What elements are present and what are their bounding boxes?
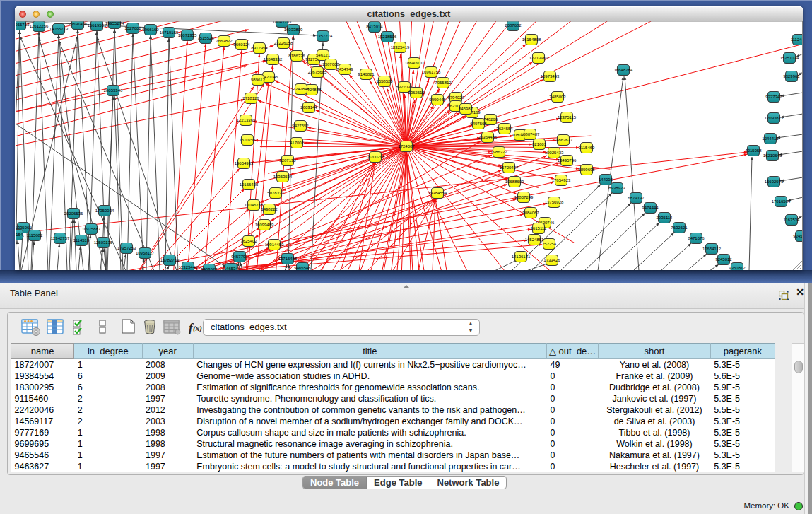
svg-text:7663822: 7663822	[216, 39, 233, 43]
svg-text:8413014: 8413014	[366, 25, 383, 29]
svg-text:7625402: 7625402	[240, 239, 257, 243]
svg-text:8938923: 8938923	[608, 186, 625, 190]
svg-text:546121: 546121	[316, 53, 331, 57]
svg-text:12323446: 12323446	[179, 265, 198, 269]
svg-text:10025433: 10025433	[545, 151, 564, 155]
svg-text:16210643: 16210643	[763, 153, 782, 158]
svg-text:17357274: 17357274	[314, 34, 333, 38]
svg-text:7632621: 7632621	[671, 226, 688, 230]
svg-text:16543352: 16543352	[264, 57, 283, 62]
svg-text:19955274: 19955274	[105, 21, 124, 25]
svg-text:1114519: 1114519	[73, 238, 90, 243]
svg-text:6879197: 6879197	[628, 196, 645, 200]
svg-text:621601: 621601	[532, 142, 547, 146]
svg-text:9350812: 9350812	[729, 266, 746, 270]
svg-text:252254: 252254	[542, 242, 557, 246]
svg-text:1498222: 1498222	[261, 207, 278, 211]
svg-text:18043703: 18043703	[273, 21, 292, 24]
svg-text:18300295: 18300295	[366, 155, 385, 159]
svg-text:20053346: 20053346	[104, 88, 123, 93]
svg-text:9329961: 9329961	[783, 74, 800, 78]
svg-text:9146821: 9146821	[358, 72, 375, 76]
svg-text:1244415: 1244415	[762, 136, 779, 141]
svg-text:2718126: 2718126	[242, 96, 259, 100]
svg-text:14055713: 14055713	[16, 23, 30, 27]
svg-text:17359934: 17359934	[95, 209, 114, 213]
svg-text:14524851: 14524851	[525, 238, 544, 242]
svg-text:(x): (x)	[193, 324, 202, 333]
svg-text:16648784: 16648784	[614, 68, 633, 72]
svg-text:10914459: 10914459	[265, 243, 284, 247]
svg-text:1724007: 1724007	[398, 144, 415, 148]
svg-text:14863627: 14863627	[554, 138, 573, 142]
svg-text:645987: 645987	[459, 107, 473, 111]
svg-text:13756928: 13756928	[545, 200, 564, 204]
svg-text:19166425: 19166425	[240, 182, 259, 187]
svg-text:16782759: 16782759	[160, 258, 180, 262]
svg-text:1112443: 1112443	[791, 37, 803, 42]
svg-text:10671355: 10671355	[178, 33, 197, 37]
svg-text:13495796: 13495796	[558, 158, 577, 163]
svg-text:10654112: 10654112	[702, 247, 722, 251]
svg-text:9227342: 9227342	[765, 95, 782, 99]
svg-text:23226058: 23226058	[274, 41, 293, 45]
svg-text:9463627: 9463627	[201, 267, 218, 270]
svg-text:10719155: 10719155	[160, 30, 179, 35]
svg-text:3267130: 3267130	[279, 158, 296, 163]
svg-text:9660124: 9660124	[233, 42, 250, 47]
svg-text:2087682: 2087682	[505, 23, 522, 28]
svg-text:14055713: 14055713	[49, 27, 69, 31]
svg-text:19654933: 19654933	[235, 161, 254, 165]
svg-text:18640910: 18640910	[405, 61, 424, 65]
svg-text:8912954: 8912954	[251, 46, 268, 50]
svg-text:20206535: 20206535	[64, 211, 83, 216]
svg-text:15720407: 15720407	[500, 165, 519, 170]
svg-text:17957253: 17957253	[117, 246, 136, 250]
svg-text:9457791: 9457791	[231, 255, 248, 259]
svg-text:1167534: 1167534	[784, 218, 801, 222]
svg-text:10958117: 10958117	[136, 251, 155, 255]
svg-text:9465546: 9465546	[294, 266, 311, 270]
svg-text:1362615: 1362615	[408, 90, 425, 95]
svg-text:19218506: 19218506	[378, 35, 397, 39]
svg-text:16033809: 16033809	[284, 28, 303, 32]
svg-text:1527602: 1527602	[124, 26, 141, 30]
svg-text:4215958: 4215958	[745, 148, 762, 153]
svg-text:6794024: 6794024	[447, 95, 464, 100]
svg-text:417001: 417001	[290, 141, 305, 145]
svg-text:7515526: 7515526	[197, 36, 214, 40]
svg-text:9427552: 9427552	[292, 124, 309, 128]
svg-text:1558520: 1558520	[376, 79, 393, 83]
svg-text:6899695: 6899695	[578, 168, 595, 172]
svg-text:7955812: 7955812	[435, 81, 452, 85]
svg-text:10975887: 10975887	[82, 227, 101, 231]
svg-text:10688609: 10688609	[505, 180, 524, 184]
svg-text:17016504: 17016504	[772, 199, 791, 204]
svg-text:20691406: 20691406	[69, 22, 88, 26]
svg-text:9990448: 9990448	[429, 98, 446, 102]
svg-text:2603144: 2603144	[300, 105, 317, 110]
svg-text:39154: 39154	[16, 233, 23, 237]
svg-text:7485003: 7485003	[549, 95, 566, 99]
svg-text:9115460: 9115460	[579, 146, 596, 150]
svg-text:11465346: 11465346	[222, 267, 241, 270]
svg-text:15692971: 15692971	[765, 180, 784, 184]
svg-text:10973493: 10973493	[541, 74, 560, 78]
svg-text:2242848: 2242848	[293, 87, 310, 91]
svg-text:16099489: 16099489	[255, 223, 274, 227]
svg-text:144095: 144095	[599, 177, 613, 182]
svg-text:6497568: 6497568	[470, 122, 487, 126]
svg-text:12503135: 12503135	[94, 240, 113, 245]
svg-text:12093873: 12093873	[765, 116, 784, 120]
svg-text:5878332: 5878332	[267, 191, 284, 195]
svg-text:14136141: 14136141	[512, 255, 531, 259]
svg-text:19384554: 19384554	[428, 191, 447, 195]
svg-text:1610755: 1610755	[239, 138, 256, 142]
svg-text:20364486: 20364486	[478, 135, 498, 139]
svg-text:18807249: 18807249	[514, 195, 534, 199]
svg-text:9474444: 9474444	[642, 206, 659, 210]
svg-text:23675685: 23675685	[308, 70, 327, 74]
svg-text:6966160: 6966160	[142, 28, 159, 32]
svg-text:9245093: 9245093	[793, 234, 803, 238]
svg-text:12213369: 12213369	[237, 118, 256, 122]
